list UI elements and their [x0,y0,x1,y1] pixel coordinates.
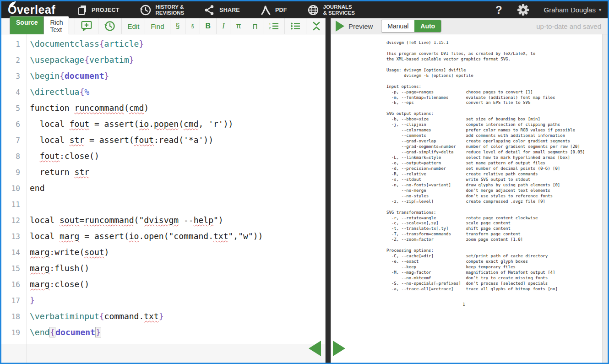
nav-project[interactable]: PROJECT [77,5,119,16]
manual-compile-button[interactable]: Manual [381,20,414,32]
code-line[interactable]: 3\begin{document} [1,68,325,84]
expand-preview-arrow-bottom[interactable] [333,341,345,356]
code-line[interactable]: 11 [1,196,325,212]
code-token: -- [179,215,194,225]
line-number: 14 [1,244,20,261]
nav-pdf[interactable]: PDF [260,5,287,16]
code-token: { [79,87,84,97]
code-token: popen [154,119,179,129]
nav-journals[interactable]: JOURNALS& SERVICES [307,4,355,16]
line-number: 9 [1,164,20,180]
code-lines[interactable]: 1\documentclass{article}2\usepackage{ver… [1,34,325,344]
edit-menu-button[interactable]: Edit [122,18,145,34]
pdf-page[interactable]: dvisvgm (TeX Live) 1.15.1 This program c… [331,34,602,363]
code-token: = [79,215,84,225]
collapse-editor-arrow-bottom[interactable] [309,341,321,356]
numbered-list-icon: 1 2 [269,22,279,30]
globe-icon [307,4,319,16]
display-math-button[interactable]: Π [247,18,264,34]
code-token: } [95,327,101,337]
code-token: fout [70,119,89,129]
code-token: marg [30,247,49,257]
code-line[interactable]: 4\directlua{% [1,84,325,100]
inline-math-button[interactable]: π [230,18,247,34]
code-text: marg:close() [20,276,89,292]
source-mode-button[interactable]: Source [10,16,44,36]
code-line[interactable]: 2\usepackage{verbatim} [1,52,325,68]
code-line[interactable]: 15marg:flush() [1,260,325,276]
code-text: \verbatiminput{command.txt} [20,308,164,324]
expand-preview-arrow[interactable] [336,21,344,32]
numbered-list-button[interactable]: 1 2 [263,18,285,34]
find-label: Find [151,22,164,30]
code-token: fout [134,135,154,145]
nav-share-label: SHARE [219,7,240,13]
code-line[interactable]: 7 local str = assert(fout:read('*a')) [1,132,325,148]
code-line[interactable]: 5function runcommand(cmd) [1,100,325,116]
code-line[interactable]: 13local marg = assert(io.open("command.t… [1,228,325,244]
italic-button[interactable]: I [217,18,230,34]
track-changes-button[interactable] [98,18,122,34]
collapse-sections-button[interactable] [306,18,327,34]
code-line[interactable]: 10end [1,180,325,196]
preview-scrollbar[interactable] [602,34,608,363]
code-token: sout [60,215,79,225]
code-line[interactable]: 17} [1,292,325,308]
line-number: 6 [1,116,20,132]
code-token: { [84,55,89,65]
line-number: 4 [1,84,20,100]
code-line[interactable]: 14marg:write(sout) [1,244,325,260]
compile-status: up-to-date and saved [536,22,603,30]
code-line[interactable]: 12local sout=runcommand("dvisvgm --help"… [1,212,325,228]
code-token: str [75,167,90,177]
topbar-right: ? Graham Douglas ▾ [495,4,601,16]
code-token: article [104,39,139,49]
line-number: 13 [1,228,20,244]
nav-journals-label: JOURNALS& SERVICES [323,4,355,16]
code-token: io [129,231,139,241]
bold-button[interactable]: B [200,18,217,34]
line-number: 1 [1,36,20,52]
code-line[interactable]: 6 local fout = assert(io.popen(cmd, 'r')… [1,116,325,132]
gutter-divider [27,34,27,363]
code-text: \begin{document} [20,68,109,84]
line-number: 12 [1,212,20,228]
code-token: marg [30,279,49,289]
line-number: 15 [1,261,20,277]
code-token: { [60,71,65,81]
code-token: runcommand [75,103,124,113]
compile-mode-toggle: Manual Auto [381,20,441,33]
code-token: } [30,295,35,305]
find-button[interactable]: Find [145,18,170,34]
code-line[interactable]: 9 return str [1,164,325,180]
line-number: 19 [1,325,20,341]
bullet-list-button[interactable] [285,18,306,34]
code-line[interactable]: 8 fout:close() [1,148,325,164]
add-comment-button[interactable] [75,18,98,34]
code-line[interactable]: 1\documentclass{article} [1,36,325,52]
code-line[interactable]: 18\verbatiminput{command.txt} [1,308,325,324]
nav-history[interactable]: HISTORY &REVISIONS [140,4,185,16]
code-text: \directlua{% [20,84,89,100]
code-token: sout [84,247,104,257]
overleaf-leaf-icon [7,1,17,8]
subsection-button[interactable]: § [185,18,200,34]
pane-divider-handle[interactable] [325,18,331,363]
section-button[interactable]: § [170,18,186,34]
settings-gear-icon[interactable] [517,4,529,16]
auto-compile-button[interactable]: Auto [414,20,441,32]
code-line[interactable]: 19\end{document} [1,324,325,340]
nav-share[interactable]: SHARE [204,5,240,16]
code-text: return str [20,164,89,180]
preview-body: dvisvgm (TeX Live) 1.15.1 This program c… [331,34,608,363]
main-split: Source Rich Text [1,18,608,363]
code-line[interactable]: 16marg:close() [1,276,325,292]
help-button[interactable]: ? [495,4,502,16]
editor-body[interactable]: 1\documentclass{article}2\usepackage{ver… [1,34,325,363]
overleaf-logo[interactable]: Overleaf [8,4,55,16]
code-token: } [139,39,144,49]
rich-text-mode-button[interactable]: Rich Text [44,16,69,36]
subsection-label: § [191,23,194,29]
user-menu[interactable]: Graham Douglas ▾ [544,6,601,14]
display-math-label: Π [253,22,258,30]
